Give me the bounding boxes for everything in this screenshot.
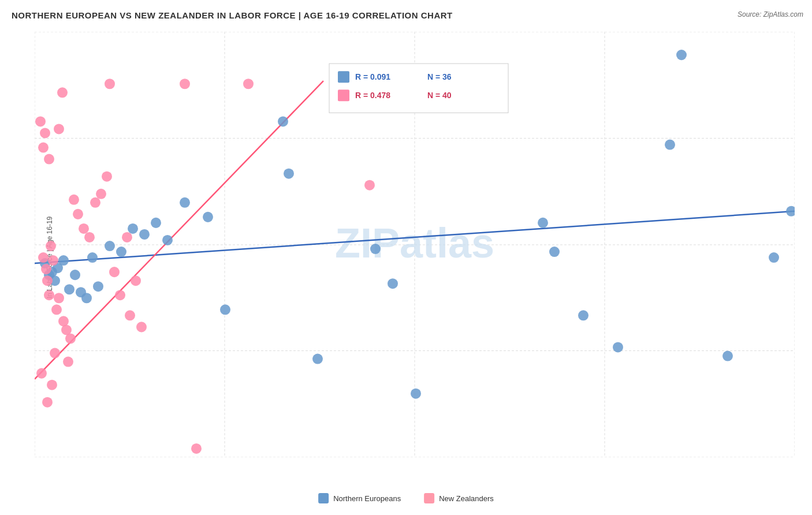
svg-point-76	[84, 232, 95, 242]
svg-point-57	[665, 140, 675, 150]
svg-point-62	[38, 252, 49, 263]
svg-point-46	[220, 304, 230, 315]
svg-point-51	[388, 278, 398, 289]
svg-point-36	[87, 252, 98, 263]
svg-point-95	[35, 116, 46, 126]
svg-point-85	[105, 79, 115, 89]
svg-point-93	[191, 443, 202, 454]
svg-text:ZIPatlas: ZIPatlas	[335, 220, 494, 266]
legend-label-pink: New Zealanders	[439, 494, 494, 503]
svg-text:N = 40: N = 40	[427, 91, 452, 100]
svg-point-32	[64, 284, 75, 294]
svg-point-99	[44, 154, 54, 165]
svg-point-55	[578, 310, 588, 320]
svg-point-98	[54, 124, 64, 134]
legend-item-blue: Northern Europeans	[318, 493, 401, 503]
svg-point-87	[243, 79, 254, 89]
svg-point-44	[180, 197, 190, 208]
svg-point-82	[122, 232, 132, 242]
svg-point-90	[42, 397, 53, 408]
svg-point-78	[96, 189, 106, 199]
svg-point-89	[47, 380, 57, 390]
svg-rect-21	[338, 89, 349, 101]
legend-dot-pink	[424, 493, 434, 503]
svg-rect-17	[329, 64, 508, 113]
svg-point-66	[46, 241, 56, 251]
source-label: Source: ZipAtlas.com	[737, 10, 803, 18]
svg-text:R = 0.478: R = 0.478	[355, 91, 390, 100]
svg-point-37	[93, 281, 103, 292]
legend-container: Northern Europeans New Zealanders	[318, 493, 494, 503]
svg-point-79	[102, 171, 112, 182]
svg-point-64	[42, 275, 53, 286]
svg-point-52	[411, 389, 421, 399]
svg-point-97	[40, 128, 50, 138]
svg-point-40	[128, 223, 138, 234]
svg-point-53	[538, 218, 548, 228]
svg-point-33	[70, 270, 80, 280]
svg-text:R = 0.091: R = 0.091	[355, 72, 390, 81]
svg-point-49	[312, 354, 323, 364]
svg-point-75	[79, 223, 89, 234]
svg-point-48	[284, 169, 294, 179]
chart-area: 100.0% 75.0% 50.0% 25.0% 0.0% 30.0% ZIPa…	[35, 32, 795, 457]
svg-point-45	[203, 212, 213, 222]
svg-point-86	[180, 79, 190, 89]
svg-point-61	[786, 206, 795, 217]
chart-title: NORTHERN EUROPEAN VS NEW ZEALANDER IN LA…	[12, 10, 453, 20]
svg-rect-18	[338, 71, 349, 83]
svg-point-58	[676, 50, 687, 60]
svg-point-67	[48, 255, 58, 266]
legend-label-blue: Northern Europeans	[333, 494, 401, 503]
svg-point-38	[105, 241, 115, 251]
svg-point-60	[769, 252, 779, 263]
legend-dot-blue	[318, 493, 329, 503]
svg-point-101	[136, 322, 147, 332]
svg-point-50	[370, 244, 381, 254]
svg-point-74	[73, 209, 83, 219]
svg-point-68	[51, 304, 62, 315]
svg-point-42	[151, 218, 161, 228]
svg-point-65	[44, 290, 54, 300]
svg-point-94	[364, 180, 375, 191]
svg-point-39	[116, 247, 126, 257]
legend-item-pink: New Zealanders	[424, 493, 494, 503]
svg-point-84	[57, 87, 68, 98]
svg-point-100	[125, 310, 135, 320]
svg-point-91	[50, 348, 60, 358]
svg-point-96	[38, 143, 49, 153]
chart-container: NORTHERN EUROPEAN VS NEW ZEALANDER IN LA…	[0, 0, 812, 515]
svg-point-69	[54, 293, 64, 303]
svg-point-92	[63, 357, 73, 367]
svg-point-31	[58, 255, 69, 266]
svg-point-35	[81, 293, 92, 303]
svg-point-59	[722, 350, 733, 361]
svg-point-88	[36, 368, 47, 379]
svg-point-56	[613, 342, 623, 352]
svg-point-81	[115, 290, 125, 300]
svg-point-41	[139, 229, 150, 240]
svg-text:N = 36: N = 36	[427, 72, 452, 81]
svg-point-77	[90, 197, 100, 208]
chart-svg: 100.0% 75.0% 50.0% 25.0% 0.0% 30.0% ZIPa…	[35, 32, 795, 457]
svg-point-83	[131, 275, 141, 286]
svg-point-43	[162, 235, 173, 245]
svg-point-47	[278, 116, 288, 126]
svg-point-73	[69, 195, 79, 205]
svg-point-72	[65, 333, 76, 344]
svg-point-54	[549, 247, 560, 257]
svg-point-63	[41, 264, 51, 274]
svg-point-80	[109, 267, 120, 277]
